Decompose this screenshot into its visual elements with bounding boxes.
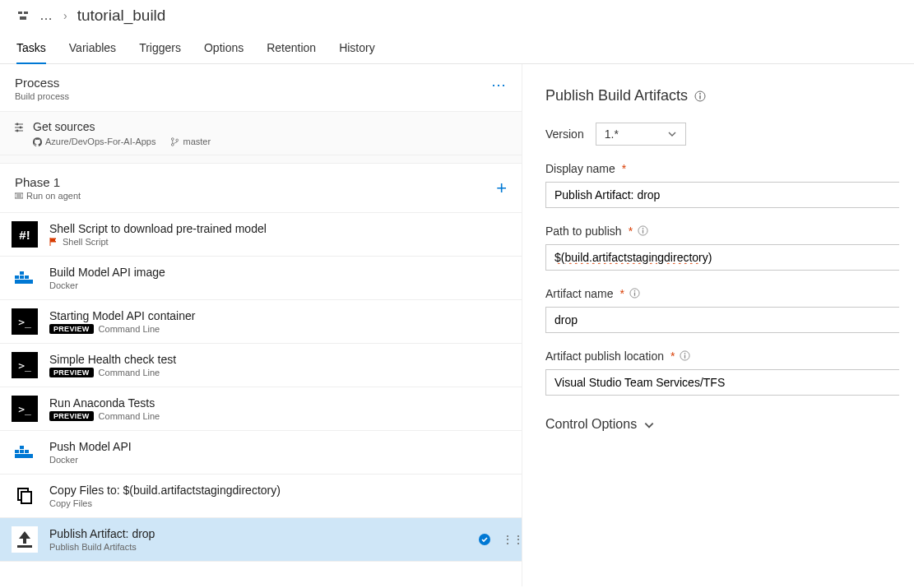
svg-point-9 [172, 137, 174, 140]
task-title: Copy Files to: $(build.artifactstagingdi… [49, 484, 510, 497]
pipeline-icon [16, 9, 30, 22]
svg-rect-16 [20, 275, 24, 279]
process-node[interactable]: Process Build process ⋯ [0, 64, 522, 112]
publish-icon [12, 526, 38, 553]
svg-point-8 [16, 130, 19, 132]
cmd-icon: >_ [12, 308, 38, 335]
task-title: Build Model API image [49, 266, 510, 279]
svg-rect-0 [18, 12, 22, 14]
svg-rect-27 [17, 545, 32, 548]
task-subtitle: PREVIEWCommand Line [49, 324, 510, 334]
task-row[interactable]: Build Model API imageDocker [0, 257, 522, 300]
info-icon[interactable] [638, 225, 649, 237]
svg-rect-40 [684, 355, 685, 359]
branch-name: master [183, 137, 211, 146]
task-row[interactable]: >_Starting Model API containerPREVIEWCom… [0, 300, 522, 344]
get-sources-node[interactable]: Get sources Azure/DevOps-For-AI-Apps mas… [0, 112, 522, 155]
tab-retention[interactable]: Retention [267, 36, 316, 63]
svg-point-39 [684, 353, 686, 354]
svg-rect-24 [15, 454, 33, 458]
path-label: Path to publish [545, 225, 622, 238]
process-title: Process [15, 76, 69, 90]
display-name-label: Display name [545, 162, 615, 175]
task-row[interactable]: Publish Artifact: dropPublish Build Arti… [0, 518, 522, 562]
get-sources-title: Get sources [33, 120, 507, 133]
task-subtitle: Copy Files [49, 498, 510, 508]
check-icon [479, 534, 490, 545]
info-icon[interactable] [680, 350, 691, 362]
hash-icon: #! [12, 221, 38, 248]
tab-options[interactable]: Options [204, 36, 244, 63]
svg-rect-1 [24, 12, 28, 14]
version-label: Version [545, 127, 584, 141]
task-subtitle: Docker [49, 455, 510, 465]
repo-label: Azure/DevOps-For-AI-Apps [33, 137, 155, 146]
task-subtitle: PREVIEWCommand Line [49, 368, 510, 377]
branch-label: master [170, 137, 211, 146]
task-row[interactable]: #!Shell Script to download pre-trained m… [0, 213, 522, 257]
svg-rect-20 [15, 450, 19, 453]
artifact-name-label: Artifact name [545, 287, 613, 300]
control-options-toggle[interactable]: Control Options [545, 417, 914, 432]
more-icon[interactable]: ⋯ [491, 76, 507, 94]
task-list-panel: Process Build process ⋯ Get sources Azur… [0, 64, 522, 586]
tab-tasks[interactable]: Tasks [16, 36, 46, 64]
version-select[interactable]: 1.* [596, 123, 686, 146]
task-row[interactable]: >_Simple Health check testPREVIEWCommand… [0, 344, 522, 387]
add-task-button[interactable]: + [496, 178, 507, 199]
svg-point-11 [176, 139, 179, 141]
svg-rect-17 [25, 275, 29, 279]
artifact-name-input[interactable] [545, 307, 899, 333]
preview-badge: PREVIEW [49, 411, 94, 421]
tab-history[interactable]: History [339, 36, 375, 63]
breadcrumb: … › tutorial_build [0, 0, 914, 30]
tab-variables[interactable]: Variables [69, 36, 116, 63]
svg-rect-34 [643, 230, 643, 234]
info-icon[interactable] [629, 288, 641, 299]
drag-handle-icon[interactable]: ⋮⋮ [502, 533, 510, 546]
svg-rect-23 [20, 446, 24, 449]
task-title: Push Model API [49, 440, 510, 453]
copy-icon [12, 483, 38, 509]
svg-point-10 [172, 143, 174, 146]
task-title: Publish Artifact: drop [49, 527, 510, 540]
artifact-location-select[interactable] [545, 369, 899, 396]
svg-point-30 [699, 93, 701, 95]
task-title: Simple Health check test [49, 353, 510, 366]
github-icon [33, 137, 42, 146]
agent-icon [15, 192, 23, 200]
svg-rect-22 [25, 450, 29, 453]
task-subtitle: Publish Build Artifacts [49, 542, 510, 552]
svg-rect-19 [15, 280, 33, 284]
svg-rect-26 [21, 492, 31, 503]
control-options-label: Control Options [545, 417, 637, 432]
task-title: Starting Model API container [49, 309, 510, 322]
artifact-location-label: Artifact publish location [545, 350, 664, 363]
repo-name: Azure/DevOps-For-AI-Apps [45, 137, 155, 146]
phase-node[interactable]: Phase 1 Run on agent + [0, 164, 522, 213]
svg-rect-21 [20, 450, 24, 453]
svg-rect-12 [15, 193, 23, 198]
task-title: Shell Script to download pre-trained mod… [49, 222, 510, 235]
chevron-right-icon: › [63, 9, 67, 22]
chevron-down-icon [643, 419, 653, 429]
page-title: tutorial_build [77, 7, 166, 25]
tab-triggers[interactable]: Triggers [139, 36, 181, 63]
svg-rect-37 [634, 293, 635, 296]
breadcrumb-ellipsis[interactable]: … [39, 8, 53, 23]
task-row[interactable]: Copy Files to: $(build.artifactstagingdi… [0, 475, 522, 518]
info-icon[interactable] [694, 90, 706, 102]
display-name-input[interactable] [545, 182, 899, 208]
task-subtitle: PREVIEWCommand Line [49, 411, 510, 421]
path-input[interactable] [545, 244, 899, 271]
phase-subtitle: Run on agent [26, 191, 81, 201]
settings-icon [13, 122, 25, 133]
flag-icon [49, 238, 58, 246]
svg-point-7 [20, 127, 22, 129]
cmd-icon: >_ [12, 352, 38, 378]
svg-rect-2 [20, 16, 26, 20]
task-row[interactable]: >_Run Anaconda TestsPREVIEWCommand Line [0, 387, 522, 431]
panel-title: Publish Build Artifacts [545, 87, 688, 104]
task-row[interactable]: Push Model APIDocker [0, 431, 522, 475]
version-value: 1.* [605, 127, 619, 141]
